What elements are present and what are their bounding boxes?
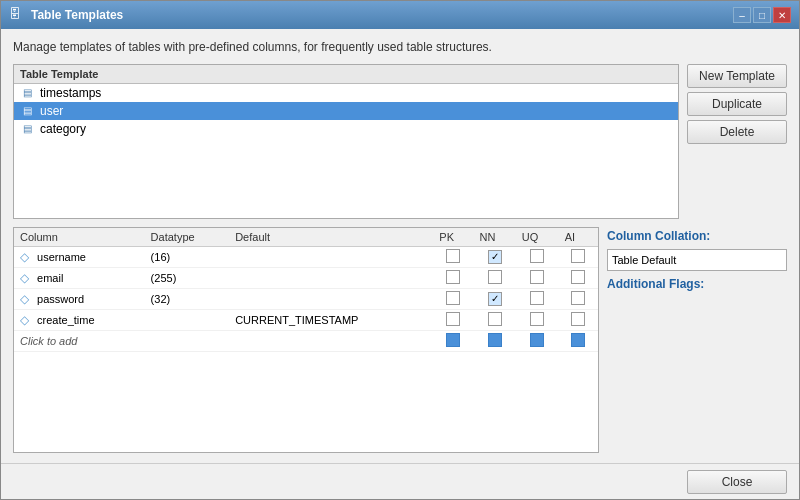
window-bottom-bar: Close	[1, 463, 799, 499]
col-ai-password[interactable]	[559, 288, 598, 309]
checkbox-ai-create-time[interactable]	[571, 312, 585, 326]
minimize-button[interactable]: –	[733, 7, 751, 23]
template-item-category[interactable]: ▤ category	[14, 120, 678, 138]
checkbox-uq-email[interactable]	[530, 270, 544, 284]
table-row: ◇ username (16) ✓	[14, 246, 598, 267]
action-buttons: New Template Duplicate Delete	[687, 64, 787, 219]
col-nn-email[interactable]	[474, 267, 516, 288]
col-uq-password[interactable]	[516, 288, 559, 309]
col-nn-create-time[interactable]	[474, 309, 516, 330]
close-button[interactable]: Close	[687, 470, 787, 494]
checkbox-add-nn[interactable]	[488, 333, 502, 347]
col-datatype-password: (32)	[145, 288, 230, 309]
checkbox-add-uq[interactable]	[530, 333, 544, 347]
checkbox-ai-password[interactable]	[571, 291, 585, 305]
delete-button[interactable]: Delete	[687, 120, 787, 144]
template-item-user[interactable]: ▤ user	[14, 102, 678, 120]
window-close-button[interactable]: ✕	[773, 7, 791, 23]
col-uq-create-time[interactable]	[516, 309, 559, 330]
col-header-uq: UQ	[516, 228, 559, 247]
click-to-add-row[interactable]: Click to add	[14, 330, 598, 351]
col-pk-password[interactable]	[433, 288, 473, 309]
collation-label: Column Collation:	[607, 229, 787, 243]
col-name-email: ◇ email	[14, 267, 145, 288]
additional-flags-label: Additional Flags:	[607, 277, 787, 291]
maximize-button[interactable]: □	[753, 7, 771, 23]
checkbox-nn-email[interactable]	[488, 270, 502, 284]
title-bar: 🗄 Table Templates – □ ✕	[1, 1, 799, 29]
detail-area: Column Datatype Default PK NN UQ AI	[13, 227, 787, 453]
collation-dropdown[interactable]: Table Default	[607, 249, 787, 271]
col-datatype-email: (255)	[145, 267, 230, 288]
col-ai-username[interactable]	[559, 246, 598, 267]
checkbox-ai-email[interactable]	[571, 270, 585, 284]
checkbox-add-ai[interactable]	[571, 333, 585, 347]
template-list-header: Table Template	[14, 65, 678, 84]
col-pk-email[interactable]	[433, 267, 473, 288]
col-pk-create-time[interactable]	[433, 309, 473, 330]
row-icon-username: ◇	[20, 250, 34, 264]
content-area: Manage templates of tables with pre-defi…	[1, 29, 799, 463]
table-row: ◇ email (255)	[14, 267, 598, 288]
col-pk-username[interactable]	[433, 246, 473, 267]
checkbox-add-pk[interactable]	[446, 333, 460, 347]
click-to-add-label[interactable]: Click to add	[14, 330, 145, 351]
col-ai-create-time[interactable]	[559, 309, 598, 330]
checkbox-uq-username[interactable]	[530, 249, 544, 263]
template-icon-timestamps: ▤	[20, 86, 34, 100]
checkbox-pk-password[interactable]	[446, 291, 460, 305]
col-header-nn: NN	[474, 228, 516, 247]
checkbox-nn-username[interactable]: ✓	[488, 250, 502, 264]
row-icon-create-time: ◇	[20, 313, 34, 327]
col-default-username	[229, 246, 433, 267]
title-bar-left: 🗄 Table Templates	[9, 7, 123, 23]
col-header-pk: PK	[433, 228, 473, 247]
click-to-add-pk[interactable]	[433, 330, 473, 351]
new-template-button[interactable]: New Template	[687, 64, 787, 88]
checkbox-nn-create-time[interactable]	[488, 312, 502, 326]
checkbox-pk-email[interactable]	[446, 270, 460, 284]
collation-select-container: Table Default	[607, 249, 787, 271]
template-item-timestamps[interactable]: ▤ timestamps	[14, 84, 678, 102]
col-header-column: Column	[14, 228, 145, 247]
template-list-container: Table Template ▤ timestamps ▤ user ▤ cat…	[13, 64, 679, 219]
col-name-password: ◇ password	[14, 288, 145, 309]
description-text: Manage templates of tables with pre-defi…	[13, 39, 787, 56]
col-datatype-create-time	[145, 309, 230, 330]
click-to-add-dt	[145, 330, 230, 351]
col-header-default: Default	[229, 228, 433, 247]
col-name-create-time: ◇ create_time	[14, 309, 145, 330]
columns-table: Column Datatype Default PK NN UQ AI	[14, 228, 598, 352]
template-icon-user: ▤	[20, 104, 34, 118]
click-to-add-nn[interactable]	[474, 330, 516, 351]
checkbox-pk-username[interactable]	[446, 249, 460, 263]
checkbox-uq-password[interactable]	[530, 291, 544, 305]
checkbox-nn-password[interactable]: ✓	[488, 292, 502, 306]
col-header-ai: AI	[559, 228, 598, 247]
click-to-add-uq[interactable]	[516, 330, 559, 351]
click-to-add-default	[229, 330, 433, 351]
col-nn-username[interactable]: ✓	[474, 246, 516, 267]
col-default-password	[229, 288, 433, 309]
col-header-datatype: Datatype	[145, 228, 230, 247]
right-panel: Column Collation: Table Default Addition…	[607, 227, 787, 453]
col-uq-email[interactable]	[516, 267, 559, 288]
checkbox-uq-create-time[interactable]	[530, 312, 544, 326]
col-uq-username[interactable]	[516, 246, 559, 267]
table-row: ◇ create_time CURRENT_TIMESTAMP	[14, 309, 598, 330]
duplicate-button[interactable]: Duplicate	[687, 92, 787, 116]
template-name-timestamps: timestamps	[40, 86, 101, 100]
col-nn-password[interactable]: ✓	[474, 288, 516, 309]
checkbox-pk-create-time[interactable]	[446, 312, 460, 326]
window-icon: 🗄	[9, 7, 25, 23]
click-to-add-ai[interactable]	[559, 330, 598, 351]
row-icon-email: ◇	[20, 271, 34, 285]
columns-container: Column Datatype Default PK NN UQ AI	[13, 227, 599, 453]
main-area: Table Template ▤ timestamps ▤ user ▤ cat…	[13, 64, 787, 219]
col-datatype-username: (16)	[145, 246, 230, 267]
template-name-user: user	[40, 104, 63, 118]
checkbox-ai-username[interactable]	[571, 249, 585, 263]
col-ai-email[interactable]	[559, 267, 598, 288]
col-default-create-time: CURRENT_TIMESTAMP	[229, 309, 433, 330]
columns-header-row: Column Datatype Default PK NN UQ AI	[14, 228, 598, 247]
